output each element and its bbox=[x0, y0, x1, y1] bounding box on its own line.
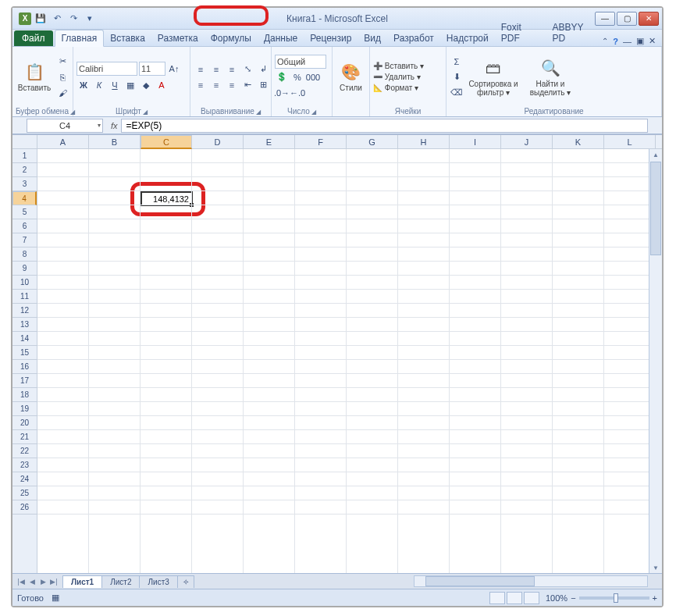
formula-bar[interactable]: =EXP(5) bbox=[121, 119, 648, 133]
select-all-corner[interactable] bbox=[12, 135, 37, 148]
sheet-tab-1[interactable]: Лист1 bbox=[62, 575, 102, 588]
horizontal-scrollbar[interactable] bbox=[414, 575, 648, 587]
macro-record-button[interactable]: ▦ bbox=[52, 593, 59, 603]
close-button[interactable]: ✕ bbox=[639, 12, 659, 26]
qat-customize-button[interactable]: ▾ bbox=[83, 12, 97, 26]
bold-button[interactable]: Ж bbox=[76, 78, 91, 92]
row-header-17[interactable]: 17 bbox=[12, 374, 37, 388]
row-header-7[interactable]: 7 bbox=[12, 233, 37, 247]
doc-minimize-button[interactable]: — bbox=[623, 37, 632, 46]
row-header-23[interactable]: 23 bbox=[12, 458, 37, 472]
row-header-1[interactable]: 1 bbox=[12, 149, 37, 163]
zoom-slider[interactable] bbox=[579, 596, 649, 600]
sort-filter-button[interactable]: 🗃 Сортировка и фильтр ▾ bbox=[466, 52, 521, 103]
orientation-button[interactable]: ⤡ bbox=[240, 62, 254, 77]
row-header-6[interactable]: 6 bbox=[12, 219, 37, 233]
new-sheet-button[interactable]: ✧ bbox=[177, 575, 194, 588]
row-header-15[interactable]: 15 bbox=[12, 346, 37, 360]
row-header-4[interactable]: 4 bbox=[12, 191, 37, 205]
row-header-11[interactable]: 11 bbox=[12, 290, 37, 304]
vertical-scrollbar[interactable]: ▲ ▼ bbox=[649, 149, 662, 573]
row-header-24[interactable]: 24 bbox=[12, 472, 37, 486]
col-header-G[interactable]: G bbox=[347, 135, 398, 148]
qat-redo-button[interactable]: ↷ bbox=[66, 12, 80, 26]
align-middle-button[interactable]: ≡ bbox=[209, 62, 223, 77]
col-header-A[interactable]: A bbox=[37, 135, 89, 148]
row-header-26[interactable]: 26 bbox=[12, 500, 37, 515]
doc-close-button[interactable]: ✕ bbox=[649, 36, 656, 46]
autosum-button[interactable]: Σ bbox=[450, 55, 464, 69]
tab-nav-next[interactable]: ▶ bbox=[37, 578, 48, 586]
col-header-K[interactable]: K bbox=[553, 135, 604, 148]
merge-button[interactable]: ⊞ bbox=[256, 78, 270, 92]
col-header-E[interactable]: E bbox=[244, 135, 295, 148]
font-color-button[interactable]: A bbox=[155, 78, 169, 92]
underline-button[interactable]: Ч bbox=[108, 78, 122, 92]
doc-restore-button[interactable]: ▣ bbox=[636, 36, 644, 46]
align-top-button[interactable]: ≡ bbox=[194, 62, 208, 77]
insert-cells-button[interactable]: ➕ Вставить ▾ bbox=[373, 62, 424, 70]
delete-cells-button[interactable]: ➖ Удалить ▾ bbox=[373, 73, 424, 81]
decrease-indent-button[interactable]: ⇤ bbox=[240, 78, 254, 92]
view-normal-button[interactable] bbox=[489, 592, 505, 604]
find-select-button[interactable]: 🔍 Найти и выделить ▾ bbox=[523, 52, 578, 103]
decrease-decimal-button[interactable]: ←.0 bbox=[290, 86, 304, 100]
tab-nav-last[interactable]: ▶| bbox=[48, 578, 59, 586]
zoom-out-button[interactable]: − bbox=[571, 593, 575, 603]
tab-addins[interactable]: Надстрой bbox=[440, 30, 495, 46]
tab-layout[interactable]: Разметка bbox=[151, 30, 205, 46]
currency-button[interactable]: 💲 bbox=[275, 70, 289, 84]
increase-font-button[interactable]: A↑ bbox=[167, 62, 181, 76]
cells-grid[interactable]: 148,4132 bbox=[37, 149, 649, 573]
percent-button[interactable]: % bbox=[290, 70, 304, 84]
sheet-tab-2[interactable]: Лист2 bbox=[101, 575, 140, 588]
tab-review[interactable]: Рецензир bbox=[304, 30, 358, 46]
align-bottom-button[interactable]: ≡ bbox=[225, 62, 239, 77]
number-format-select[interactable]: Общий bbox=[275, 55, 326, 69]
col-header-J[interactable]: J bbox=[501, 135, 553, 148]
col-header-D[interactable]: D bbox=[192, 135, 244, 148]
zoom-level[interactable]: 100% bbox=[546, 593, 567, 603]
fill-color-button[interactable]: ◆ bbox=[139, 78, 153, 92]
name-box[interactable]: C4▾ bbox=[27, 119, 103, 133]
row-header-16[interactable]: 16 bbox=[12, 360, 37, 374]
align-left-button[interactable]: ≡ bbox=[194, 78, 208, 92]
font-size-select[interactable]: 11 bbox=[139, 62, 165, 76]
col-header-F[interactable]: F bbox=[295, 135, 347, 148]
row-header-21[interactable]: 21 bbox=[12, 430, 37, 444]
tab-insert[interactable]: Вставка bbox=[104, 30, 151, 46]
row-header-13[interactable]: 13 bbox=[12, 318, 37, 332]
qat-save-button[interactable]: 💾 bbox=[34, 12, 48, 26]
format-cells-button[interactable]: 📐 Формат ▾ bbox=[373, 84, 424, 92]
tab-nav-prev[interactable]: ◀ bbox=[27, 578, 37, 586]
col-header-L[interactable]: L bbox=[604, 135, 656, 148]
row-header-12[interactable]: 12 bbox=[12, 304, 37, 318]
fill-button[interactable]: ⬇ bbox=[450, 70, 464, 84]
row-header-2[interactable]: 2 bbox=[12, 163, 37, 177]
tab-formulas[interactable]: Формулы bbox=[205, 30, 258, 46]
maximize-button[interactable]: ▢ bbox=[617, 12, 637, 26]
tab-home[interactable]: Главная bbox=[55, 30, 105, 47]
sheet-tab-3[interactable]: Лист3 bbox=[139, 575, 177, 588]
copy-button[interactable]: ⎘ bbox=[55, 70, 69, 84]
font-name-select[interactable]: Calibri bbox=[76, 62, 137, 76]
align-center-button[interactable]: ≡ bbox=[209, 78, 223, 92]
border-button[interactable]: ▦ bbox=[123, 78, 137, 92]
tab-file[interactable]: Файл bbox=[14, 30, 53, 46]
row-header-22[interactable]: 22 bbox=[12, 444, 37, 458]
increase-decimal-button[interactable]: .0→ bbox=[275, 86, 289, 100]
row-header-9[interactable]: 9 bbox=[12, 262, 37, 276]
fx-label[interactable]: fx bbox=[111, 121, 118, 130]
col-header-H[interactable]: H bbox=[398, 135, 450, 148]
row-header-20[interactable]: 20 bbox=[12, 416, 37, 430]
view-layout-button[interactable] bbox=[507, 592, 522, 604]
italic-button[interactable]: К bbox=[92, 78, 106, 92]
col-header-C[interactable]: C bbox=[141, 135, 192, 149]
row-header-18[interactable]: 18 bbox=[12, 388, 37, 402]
cut-button[interactable]: ✂ bbox=[55, 55, 69, 69]
row-header-19[interactable]: 19 bbox=[12, 402, 37, 416]
tab-developer[interactable]: Разработ bbox=[387, 30, 440, 46]
qat-undo-button[interactable]: ↶ bbox=[50, 12, 64, 26]
format-painter-button[interactable]: 🖌 bbox=[55, 86, 69, 100]
row-header-5[interactable]: 5 bbox=[12, 205, 37, 219]
